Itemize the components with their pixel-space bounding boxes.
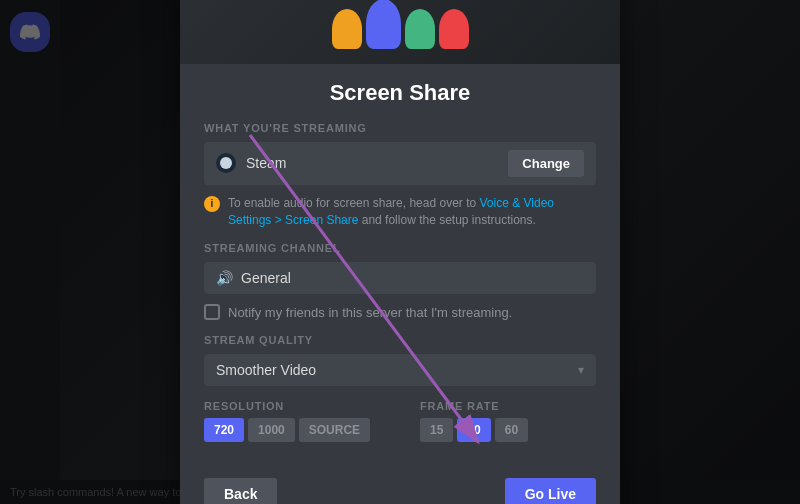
go-live-button[interactable]: Go Live bbox=[505, 478, 596, 504]
notify-checkbox[interactable] bbox=[204, 304, 220, 320]
header-illustration bbox=[332, 0, 469, 49]
info-text: To enable audio for screen share, head o… bbox=[228, 195, 596, 229]
modal-backdrop: ✕ Screen Share WHAT YOU'RE STREAMING Ste… bbox=[0, 0, 800, 504]
change-button[interactable]: Change bbox=[508, 150, 584, 177]
character-1 bbox=[332, 9, 362, 49]
resolution-label: RESOLUTION bbox=[204, 400, 380, 412]
quality-dropdown[interactable]: Smoother Video ▾ bbox=[204, 354, 596, 386]
close-button[interactable]: ✕ bbox=[593, 0, 608, 2]
quality-section-label: STREAM QUALITY bbox=[204, 334, 596, 346]
framerate-15-button[interactable]: 15 bbox=[420, 418, 453, 442]
resolution-group: RESOLUTION 720 1000 SOURCE bbox=[204, 400, 380, 442]
modal-body: Screen Share WHAT YOU'RE STREAMING Steam… bbox=[180, 64, 620, 479]
framerate-30-button[interactable]: 30 bbox=[457, 418, 490, 442]
back-button[interactable]: Back bbox=[204, 478, 277, 504]
quality-selected: Smoother Video bbox=[216, 362, 316, 378]
volume-icon: 🔊 bbox=[216, 270, 233, 286]
info-box: i To enable audio for screen share, head… bbox=[204, 195, 596, 229]
modal-header-image: ✕ bbox=[180, 0, 620, 64]
channel-name: General bbox=[241, 270, 291, 286]
resolution-buttons: 720 1000 SOURCE bbox=[204, 418, 380, 442]
steam-icon-inner bbox=[220, 157, 232, 169]
notify-label: Notify my friends in this server that I'… bbox=[228, 305, 512, 320]
character-2 bbox=[366, 0, 401, 49]
info-text-before: To enable audio for screen share, head o… bbox=[228, 196, 480, 210]
steam-icon bbox=[216, 153, 236, 173]
streaming-section-label: WHAT YOU'RE STREAMING bbox=[204, 122, 596, 134]
resolution-720-button[interactable]: 720 bbox=[204, 418, 244, 442]
framerate-60-button[interactable]: 60 bbox=[495, 418, 528, 442]
modal-title: Screen Share bbox=[204, 80, 596, 106]
character-3 bbox=[405, 9, 435, 49]
framerate-buttons: 15 30 60 bbox=[420, 418, 596, 442]
streaming-app-name: Steam bbox=[246, 155, 498, 171]
channel-box: 🔊 General bbox=[204, 262, 596, 294]
streaming-app-box: Steam Change bbox=[204, 142, 596, 185]
framerate-label: FRAME RATE bbox=[420, 400, 596, 412]
resolution-1000-button[interactable]: 1000 bbox=[248, 418, 295, 442]
info-text-after: and follow the setup instructions. bbox=[358, 213, 535, 227]
resolution-source-button[interactable]: SOURCE bbox=[299, 418, 370, 442]
action-row: Back Go Live bbox=[180, 478, 620, 504]
chevron-down-icon: ▾ bbox=[578, 363, 584, 377]
framerate-group: FRAME RATE 15 30 60 bbox=[420, 400, 596, 442]
notify-row: Notify my friends in this server that I'… bbox=[204, 304, 596, 320]
screen-share-modal: ✕ Screen Share WHAT YOU'RE STREAMING Ste… bbox=[180, 0, 620, 504]
channel-section-label: STREAMING CHANNEL bbox=[204, 242, 596, 254]
character-4 bbox=[439, 9, 469, 49]
quality-options: RESOLUTION 720 1000 SOURCE FRAME RATE 15… bbox=[204, 400, 596, 442]
info-icon: i bbox=[204, 196, 220, 212]
